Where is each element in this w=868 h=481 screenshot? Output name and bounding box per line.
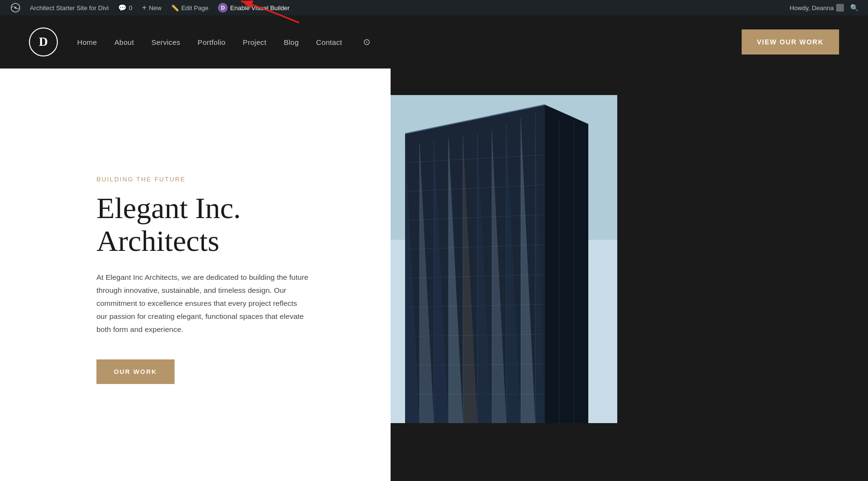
hero-left: BUILDING THE FUTURE Elegant Inc. Archite… — [0, 69, 391, 481]
site-nav: Home About Services Portfolio Project Bl… — [77, 37, 742, 47]
building-image — [391, 95, 617, 423]
our-work-button[interactable]: OUR WORK — [96, 359, 175, 384]
divi-icon: D — [218, 3, 228, 13]
nav-project[interactable]: Project — [243, 38, 267, 46]
admin-bar: Architect Starter Site for Divi 💬 0 + Ne… — [0, 0, 868, 15]
enable-vb-label: Enable Visual Builder — [230, 4, 289, 12]
howdy-label: Howdy, Deanna — [789, 4, 834, 12]
comments-count: 0 — [129, 4, 132, 12]
enable-vb-item[interactable]: D Enable Visual Builder — [213, 0, 294, 15]
comment-icon: 💬 — [118, 4, 126, 12]
svg-point-1 — [14, 7, 16, 9]
wordpress-icon — [11, 3, 20, 13]
new-item[interactable]: + New — [137, 0, 166, 15]
site-name-label: Architect Starter Site for Divi — [30, 4, 108, 12]
svg-marker-34 — [545, 105, 588, 423]
admin-search-icon[interactable]: 🔍 — [846, 4, 862, 12]
nav-home[interactable]: Home — [77, 38, 97, 46]
nav-search-icon[interactable]: ⊙ — [363, 37, 370, 47]
new-label: New — [149, 4, 162, 12]
hero-eyebrow: BUILDING THE FUTURE — [96, 176, 352, 183]
comments-item[interactable]: 💬 0 — [113, 0, 137, 15]
pencil-icon: ✏️ — [171, 4, 179, 12]
wp-logo-item[interactable] — [6, 0, 25, 15]
hero-description: At Elegant Inc Architects, we are dedica… — [96, 271, 309, 336]
nav-blog[interactable]: Blog — [284, 38, 298, 46]
nav-portfolio[interactable]: Portfolio — [198, 38, 226, 46]
hero-right — [391, 69, 868, 481]
plus-icon: + — [142, 3, 147, 12]
site-header: D Home About Services Portfolio Project … — [0, 15, 868, 69]
hero-section: BUILDING THE FUTURE Elegant Inc. Archite… — [0, 69, 868, 481]
nav-contact[interactable]: Contact — [316, 38, 342, 46]
edit-page-item[interactable]: ✏️ Edit Page — [166, 0, 213, 15]
site-logo[interactable]: D — [29, 27, 58, 56]
nav-services[interactable]: Services — [151, 38, 180, 46]
edit-page-label: Edit Page — [181, 4, 208, 12]
admin-bar-right: Howdy, Deanna 🔍 — [789, 4, 862, 12]
site-wrapper: D Home About Services Portfolio Project … — [0, 15, 868, 481]
nav-about[interactable]: About — [114, 38, 134, 46]
site-name-item[interactable]: Architect Starter Site for Divi — [25, 0, 113, 15]
hero-title: Elegant Inc. Architects — [96, 192, 352, 257]
user-avatar — [836, 4, 844, 12]
view-our-work-button[interactable]: VIEW OUR WORK — [742, 29, 840, 55]
